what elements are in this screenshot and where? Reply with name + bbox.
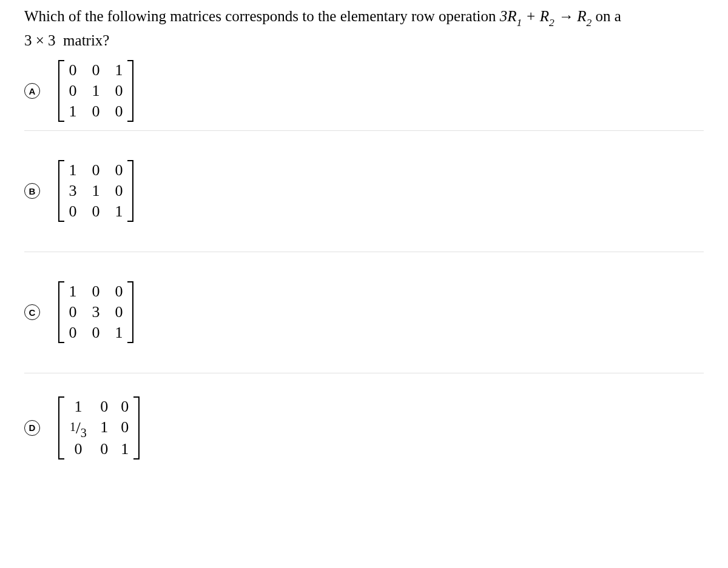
fraction-one-third: 1/3: [68, 418, 89, 438]
option-b[interactable]: B 100 310 001: [24, 131, 704, 252]
options-list: A 001 010 100 B 100 310 001: [24, 58, 704, 495]
option-a[interactable]: A 001 010 100: [24, 58, 704, 131]
option-label-d: D: [24, 420, 40, 436]
matrix-b: 100 310 001: [58, 160, 133, 222]
matrix-c: 100 030 001: [58, 281, 133, 343]
question-prefix: Which of the following matrices correspo…: [24, 8, 500, 24]
option-c[interactable]: C 100 030 001: [24, 252, 704, 373]
question-operation: 3R1 + R2 → R2: [500, 8, 592, 24]
question-text: Which of the following matrices correspo…: [24, 5, 704, 52]
matrix-d: 100 1/310 001: [58, 396, 140, 459]
option-d[interactable]: D 100 1/310 001: [24, 373, 704, 495]
option-label-c: C: [24, 304, 40, 320]
matrix-a: 001 010 100: [58, 60, 133, 122]
option-label-a: A: [24, 83, 40, 99]
option-label-b: B: [24, 183, 40, 199]
